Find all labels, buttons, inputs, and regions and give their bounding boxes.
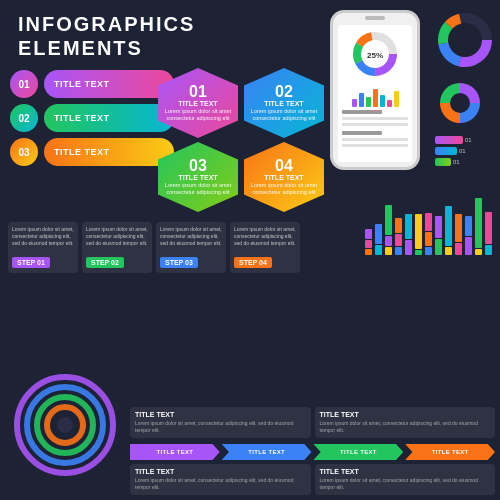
bar-col-3 — [385, 205, 392, 255]
info-card-1: TITLE TEXT Lorem ipsum dolor sit amet, c… — [130, 407, 311, 438]
info-card-text-3: Lorem ipsum dolor sit amet, consectetur … — [135, 477, 306, 491]
info-card-text-2: Lorem ipsum dolor sit amet, consectetur … — [320, 420, 491, 434]
hex-desc-4: Lorem ipsum dolor sit amet consectetur a… — [244, 182, 324, 196]
title-line1: INFOGRAPHICS — [18, 12, 195, 36]
hex-label-3: TITLE TEXT — [178, 174, 217, 181]
list-num-3: 03 — [10, 138, 38, 166]
phone-text-line-3 — [342, 138, 408, 141]
legend-item-3: 01 — [435, 158, 495, 166]
hex-num-3: 03 — [189, 158, 207, 174]
info-card-title-2: TITLE TEXT — [320, 411, 491, 418]
info-row-2: TITLE TEXT Lorem ipsum dolor sit amet, c… — [130, 464, 495, 495]
list-bar-2: title teXT — [44, 104, 174, 132]
hex-item-3: 03 TITLE TEXT Lorem ipsum dolor sit amet… — [158, 142, 238, 212]
phone-text-line-4 — [342, 144, 408, 147]
phone-frame: 25% — [330, 10, 420, 170]
info-row-1: TITLE TEXT Lorem ipsum dolor sit amet, c… — [130, 407, 495, 438]
large-donut — [10, 370, 120, 480]
hex-label-4: TITLE TEXT — [264, 174, 303, 181]
hex-desc-3: Lorem ipsum dolor sit amet consectetur a… — [158, 182, 238, 196]
svg-text:25%: 25% — [367, 51, 383, 60]
step-text-2: Lorem ipsum dolor sit amet, consectetur … — [86, 226, 148, 247]
step-label-3: STEP 03 — [160, 257, 198, 268]
info-card-title-3: TITLE TEXT — [135, 468, 306, 475]
bar-col-9 — [445, 206, 452, 255]
bar-chart-section — [365, 175, 495, 255]
step-item-3: Lorem ipsum dolor sit amet, consectetur … — [156, 222, 226, 273]
list-bar-3: TItLe TeXT — [44, 138, 174, 166]
arrow-item-3: TITLE TEXT — [314, 444, 404, 460]
bar-col-10 — [455, 214, 462, 255]
pie-charts-section: 01 01 01 — [435, 10, 495, 166]
step-label-1: STEP 01 — [12, 257, 50, 268]
step-item-1: Lorem ipsum dolor sit amet, consectetur … — [8, 222, 78, 273]
step-label-4: STEP 04 — [234, 257, 272, 268]
arrow-item-1: TITLE TEXT — [130, 444, 220, 460]
bar-col-5 — [405, 214, 412, 255]
info-card-title-1: TITLE TEXT — [135, 411, 306, 418]
bar-col-13 — [485, 212, 492, 255]
arrow-item-2: TITLE TEXT — [222, 444, 312, 460]
info-card-3: TITLE TEXT Lorem ipsum dolor sit amet, c… — [130, 464, 311, 495]
step-text-1: Lorem ipsum dolor sit amet, consectetur … — [12, 226, 74, 247]
phone-text-line-1 — [342, 117, 408, 120]
step-text-3: Lorem ipsum dolor sit amet, consectetur … — [160, 226, 222, 247]
arrow-flow: TITLE TEXT TITLE TEXT TITLE TEXT TITLE T… — [130, 444, 495, 460]
info-card-title-4: TITLE TEXT — [320, 468, 491, 475]
large-donut-svg — [10, 370, 120, 480]
bar-col-11 — [465, 216, 472, 255]
bar-col-1 — [365, 229, 372, 255]
bar-col-12 — [475, 198, 482, 255]
step-item-4: Lorem ipsum dolor sit amet, consectetur … — [230, 222, 300, 273]
hex-desc-1: Lorem ipsum dolor sit amet consectetur a… — [158, 108, 238, 122]
arrow-item-4: TITLE TEXT — [405, 444, 495, 460]
hex-item-1: 01 TITLE TEXT Lorem ipsum dolor sit amet… — [158, 68, 238, 138]
list-bar-label-3: TItLe TeXT — [54, 147, 110, 157]
hex-num-1: 01 — [189, 84, 207, 100]
info-card-2: TITLE TEXT Lorem ipsum dolor sit amet, c… — [315, 407, 496, 438]
pie-chart-large — [435, 10, 495, 70]
phone-notch — [365, 16, 385, 20]
phone-text-line-2 — [342, 123, 408, 126]
bar-col-4 — [395, 218, 402, 255]
main-title: INFOGRAPHICS ELEMENTS — [18, 12, 195, 60]
hex-item-4: 04 TITLE TEXT Lorem ipsum dolor sit amet… — [244, 142, 324, 212]
legend-item-2: 01 — [435, 147, 495, 155]
hex-section: 01 TITLE TEXT Lorem ipsum dolor sit amet… — [158, 68, 324, 212]
svg-point-12 — [450, 93, 470, 113]
list-num-1: 01 — [10, 70, 38, 98]
info-card-text-1: Lorem ipsum dolor sit amet, consectetur … — [135, 420, 306, 434]
bar-col-7 — [425, 213, 432, 255]
hex-row-2: 03 TITLE TEXT Lorem ipsum dolor sit amet… — [158, 142, 324, 212]
hex-label-2: TITLE TEXT — [264, 100, 303, 107]
hex-desc-2: Lorem ipsum dolor sit amet consectetur a… — [244, 108, 324, 122]
bar-col-6 — [415, 214, 422, 255]
phone-screen: 25% — [338, 25, 412, 162]
pie-chart-small — [435, 78, 485, 128]
legend-bars: 01 01 01 — [435, 136, 495, 166]
bar-col-8 — [435, 216, 442, 255]
phone-donut-svg: 25% — [350, 29, 400, 79]
svg-point-17 — [57, 417, 73, 433]
hex-row-1: 01 TITLE TEXT Lorem ipsum dolor sit amet… — [158, 68, 324, 138]
hex-num-4: 04 — [275, 158, 293, 174]
phone-title-line — [342, 110, 382, 114]
hex-num-2: 02 — [275, 84, 293, 100]
list-item-3: 03 TItLe TeXT — [10, 138, 174, 166]
list-bar-label-1: title texT — [54, 79, 110, 89]
info-card-text-4: Lorem ipsum dolor sit amet, consectetur … — [320, 477, 491, 491]
list-items-section: 01 title texT 02 title teXT 03 TItLe TeX… — [10, 70, 174, 166]
list-num-2: 02 — [10, 104, 38, 132]
info-cards-section: TITLE TEXT Lorem ipsum dolor sit amet, c… — [130, 407, 495, 495]
step-text-4: Lorem ipsum dolor sit amet, consectetur … — [234, 226, 296, 247]
info-card-4: TITLE TEXT Lorem ipsum dolor sit amet, c… — [315, 464, 496, 495]
list-item-2: 02 title teXT — [10, 104, 174, 132]
phone-title-line-2 — [342, 131, 382, 135]
title-line2: ELEMENTS — [18, 36, 195, 60]
hex-item-2: 02 TITLE TEXT Lorem ipsum dolor sit amet… — [244, 68, 324, 138]
phone-mockup: 25% — [330, 10, 420, 170]
legend-item-1: 01 — [435, 136, 495, 144]
steps-section: Lorem ipsum dolor sit amet, consectetur … — [8, 222, 300, 273]
hex-label-1: TITLE TEXT — [178, 100, 217, 107]
list-bar-label-2: title teXT — [54, 113, 110, 123]
